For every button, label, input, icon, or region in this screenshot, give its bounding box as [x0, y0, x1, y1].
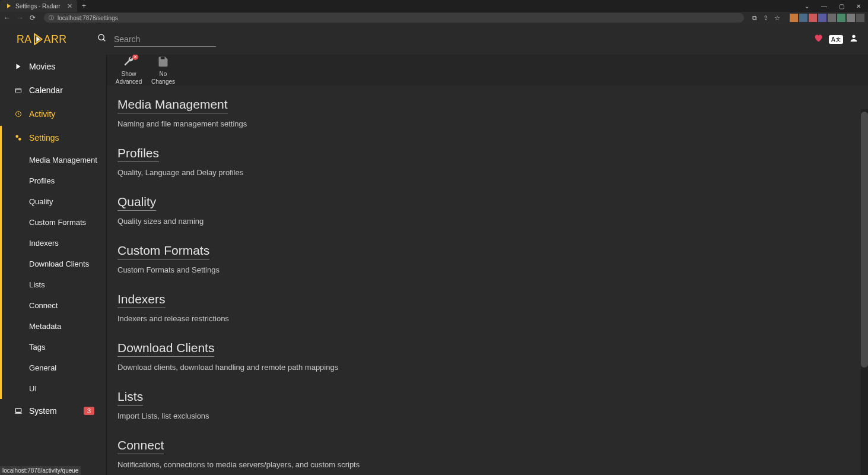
sidebar-sub-connect[interactable]: Connect [0, 295, 106, 316]
sidebar-item-settings[interactable]: Settings [0, 126, 106, 150]
svg-text:RA: RA [17, 33, 32, 45]
sidebar-sub-indexers[interactable]: Indexers [0, 233, 106, 254]
sidebar-sub-custom-formats[interactable]: Custom Formats [0, 212, 106, 233]
tool-label: No [160, 71, 167, 77]
sidebar: Movies Calendar Activity Settings Media … [0, 55, 107, 475]
search-icon[interactable] [97, 33, 107, 45]
save-icon [157, 55, 169, 70]
bookmark-icon[interactable]: ☆ [774, 14, 780, 22]
profile-chip[interactable] [818, 14, 826, 22]
section-title[interactable]: Profiles [117, 146, 159, 162]
sidebar-sub-label: Connect [29, 301, 58, 310]
address-bar[interactable]: ⓘ localhost:7878/settings [44, 13, 744, 23]
sidebar-sub-download-clients[interactable]: Download Clients [0, 254, 106, 274]
section-desc: Custom Formats and Settings [117, 265, 857, 274]
zoom-icon[interactable]: ⧉ [752, 14, 757, 22]
sidebar-item-label: Settings [29, 133, 59, 142]
chevron-down-icon[interactable]: ⌄ [801, 3, 813, 10]
svg-line-6 [103, 39, 105, 41]
gears-icon [14, 134, 23, 142]
forward-icon[interactable]: → [17, 14, 24, 22]
sidebar-sub-label: Media Management [29, 156, 97, 164]
sidebar-sub-media-management[interactable]: Media Management [0, 150, 106, 170]
profile-chip[interactable] [828, 14, 836, 22]
show-advanced-button[interactable]: ✕ Show Advanced [114, 55, 144, 86]
sidebar-sub-tags[interactable]: Tags [0, 337, 106, 357]
section-title[interactable]: Media Management [117, 97, 228, 113]
x-badge-icon: ✕ [132, 55, 138, 60]
section-desc: Download clients, download handling and … [117, 363, 857, 372]
tab-close-icon[interactable]: ✕ [67, 2, 72, 10]
section-title[interactable]: Indexers [117, 292, 166, 308]
minimize-icon[interactable]: ― [818, 3, 831, 10]
search-input[interactable] [114, 32, 216, 47]
sidebar-item-system[interactable]: System 3 [0, 399, 106, 423]
sidebar-sub-label: Download Clients [29, 259, 89, 268]
section-indexers: Indexers Indexers and release restrictio… [117, 292, 857, 323]
profile-chip[interactable] [799, 14, 807, 22]
sidebar-sub-profiles[interactable]: Profiles [0, 170, 106, 191]
site-info-icon[interactable]: ⓘ [49, 14, 54, 22]
close-window-icon[interactable]: ✕ [853, 3, 864, 10]
share-icon[interactable]: ⇪ [763, 14, 768, 22]
profile-chips [790, 14, 864, 22]
browser-tab-active[interactable]: Settings - Radarr ✕ [0, 0, 77, 12]
section-profiles: Profiles Quality, Language and Delay pro… [117, 146, 857, 177]
translate-icon[interactable]: A文 [829, 35, 843, 44]
section-title[interactable]: Quality [117, 195, 156, 211]
sidebar-item-label: System [29, 406, 57, 416]
sidebar-item-movies[interactable]: Movies [0, 55, 106, 78]
window-titlebar: Settings - Radarr ✕ + ⌄ ― ▢ ✕ [0, 0, 868, 12]
back-icon[interactable]: ← [4, 14, 11, 22]
profile-chip[interactable] [856, 14, 864, 22]
wrench-icon: ✕ [123, 55, 135, 70]
system-badge: 3 [84, 407, 94, 415]
section-desc: Quality sizes and naming [117, 217, 857, 226]
status-text: localhost:7878/activity/queue [2, 467, 78, 474]
clock-icon [14, 110, 23, 118]
section-title[interactable]: Lists [117, 390, 143, 406]
sidebar-sub-label: Quality [29, 197, 53, 206]
profile-chip[interactable] [790, 14, 798, 22]
section-desc: Notifications, connections to media serv… [117, 460, 857, 469]
sidebar-sub-label: Metadata [29, 322, 61, 331]
sidebar-item-activity[interactable]: Activity [0, 102, 106, 126]
tab-strip: Settings - Radarr ✕ + [0, 0, 91, 12]
tool-label: Show [121, 71, 136, 77]
save-changes-button[interactable]: No Changes [148, 55, 178, 86]
profile-chip[interactable] [837, 14, 845, 22]
sidebar-sub-label: Indexers [29, 239, 59, 248]
svg-marker-0 [7, 4, 11, 8]
sidebar-sub-quality[interactable]: Quality [0, 191, 106, 212]
new-tab-button[interactable]: + [77, 2, 91, 10]
sidebar-sub-label: Profiles [29, 176, 55, 185]
section-title[interactable]: Download Clients [117, 341, 214, 357]
sidebar-sub-general[interactable]: General [0, 357, 106, 378]
sidebar-sub-label: Tags [29, 343, 45, 352]
section-title[interactable]: Connect [117, 438, 164, 454]
svg-marker-8 [17, 64, 21, 69]
scrollbar-thumb[interactable] [861, 112, 868, 368]
section-lists: Lists Import Lists, list exclusions [117, 390, 857, 420]
reload-icon[interactable]: ⟳ [30, 14, 36, 22]
radarr-logo[interactable]: RA ARR [17, 29, 78, 49]
url-text: localhost:7878/settings [58, 15, 118, 21]
header-right: A文 [813, 33, 859, 45]
status-bar: localhost:7878/activity/queue [0, 466, 81, 475]
svg-rect-14 [15, 408, 21, 412]
sidebar-sub-metadata[interactable]: Metadata [0, 316, 106, 337]
scrollbar-track[interactable] [861, 109, 868, 475]
sidebar-sub-ui[interactable]: UI [0, 378, 106, 399]
profile-chip[interactable] [809, 14, 817, 22]
tool-label: Advanced [116, 78, 142, 85]
user-icon[interactable] [849, 33, 859, 45]
profile-chip[interactable] [847, 14, 855, 22]
svg-text:ARR: ARR [44, 33, 67, 45]
sidebar-sub-label: Lists [29, 280, 45, 289]
section-title[interactable]: Custom Formats [117, 243, 209, 259]
sidebar-item-calendar[interactable]: Calendar [0, 78, 106, 102]
donate-heart-icon[interactable] [813, 33, 823, 45]
search-wrap [97, 32, 216, 47]
sidebar-sub-lists[interactable]: Lists [0, 274, 106, 295]
maximize-icon[interactable]: ▢ [835, 3, 848, 10]
